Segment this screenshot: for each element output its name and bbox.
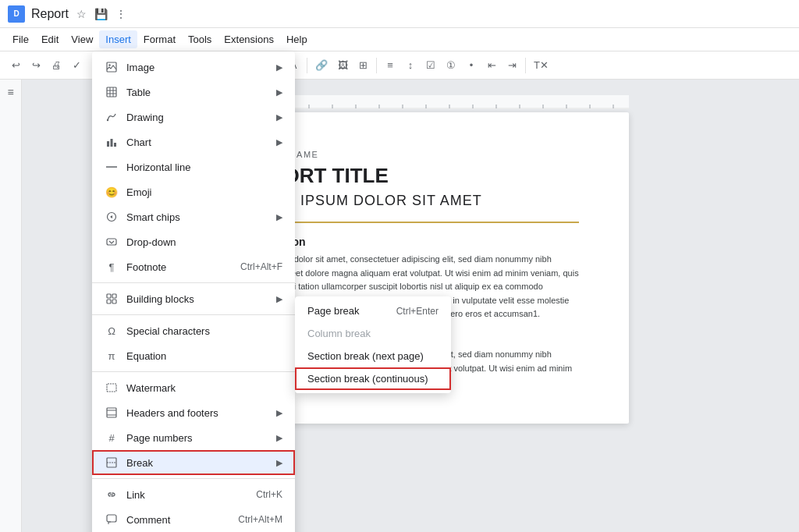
equation-icon: π — [105, 349, 119, 363]
insert-dropdown-item[interactable]: Drop-down — [92, 229, 295, 254]
svg-point-21 — [108, 64, 110, 66]
section-break-nextpage-label: Section break (next page) — [307, 350, 424, 362]
headers-arrow: ▶ — [276, 408, 282, 418]
insert-table-item[interactable]: Table ▶ — [92, 80, 295, 105]
insert-equation-item[interactable]: π Equation — [92, 343, 295, 368]
headers-icon — [105, 406, 119, 420]
insert-link-item[interactable]: Link Ctrl+K — [92, 482, 295, 507]
redo-button[interactable]: ↪ — [27, 55, 45, 76]
insert-pagenumbers-item[interactable]: # Page numbers ▶ — [92, 425, 295, 450]
buildingblocks-icon — [105, 292, 119, 306]
undo-button[interactable]: ↩ — [6, 55, 25, 76]
insert-smartchips-item[interactable]: Smart chips ▶ — [92, 204, 295, 229]
pagenumbers-icon: # — [105, 431, 119, 445]
section-break-nextpage-item[interactable]: Section break (next page) — [295, 345, 451, 367]
chart-arrow: ▶ — [276, 137, 282, 147]
pagenumbers-arrow: ▶ — [276, 433, 282, 443]
image-arrow: ▶ — [276, 62, 282, 73]
insert-footnote-item[interactable]: ¶ Footnote Ctrl+Alt+F — [92, 254, 295, 279]
hline-icon — [105, 160, 119, 174]
drawing-label: Drawing — [126, 112, 273, 123]
indent-more-button[interactable]: ⇥ — [502, 55, 521, 76]
section-break-continuous-item[interactable]: Section break (continuous) — [295, 367, 451, 390]
menu-view[interactable]: View — [65, 30, 99, 48]
insert-headers-item[interactable]: Headers and footers ▶ — [92, 400, 295, 425]
page-break-label: Page break — [307, 305, 360, 317]
more-icon[interactable]: ⋮ — [114, 6, 128, 22]
headers-label: Headers and footers — [126, 407, 273, 419]
menu-help[interactable]: Help — [280, 30, 314, 48]
link-shortcut: Ctrl+K — [256, 489, 282, 500]
insert-specialchars-item[interactable]: Ω Special characters — [92, 318, 295, 343]
specialchars-label: Special characters — [126, 325, 282, 337]
comment-shortcut: Ctrl+Alt+M — [238, 514, 282, 525]
spellcheck-button[interactable]: ✓ — [67, 55, 86, 76]
star-icon[interactable]: ☆ — [75, 6, 88, 22]
insert-break-item[interactable]: Break ▶ — [92, 450, 295, 475]
insert-image-item[interactable]: Image ▶ — [92, 55, 295, 80]
separator-2 — [92, 314, 295, 315]
dropdown-label: Drop-down — [126, 236, 282, 248]
divider-3 — [307, 58, 307, 73]
drawing-arrow: ▶ — [276, 112, 282, 122]
watermark-label: Watermark — [126, 382, 282, 394]
comment-icon — [105, 512, 119, 527]
buildingblocks-label: Building blocks — [126, 293, 273, 305]
table-icon — [105, 85, 119, 99]
insert-chart-item[interactable]: Chart ▶ — [92, 129, 295, 154]
chart-icon — [105, 135, 119, 149]
numberedlist-button[interactable]: ① — [442, 55, 460, 76]
hline-label: Horizontal line — [126, 161, 282, 173]
document-title[interactable]: Report — [31, 7, 69, 21]
footnote-icon: ¶ — [105, 260, 119, 274]
menu-insert[interactable]: Insert — [99, 30, 137, 48]
menu-extensions[interactable]: Extensions — [218, 30, 280, 48]
comment-label: Comment — [126, 514, 232, 526]
menu-format[interactable]: Format — [137, 30, 182, 48]
insert-drawing-item[interactable]: Drawing ▶ — [92, 105, 295, 129]
image-button[interactable]: 🖼 — [333, 55, 352, 76]
bulletlist-button[interactable]: • — [462, 55, 481, 76]
insert-watermark-item[interactable]: Watermark — [92, 375, 295, 400]
clear-format-button[interactable]: T✕ — [530, 55, 552, 76]
menu-tools[interactable]: Tools — [182, 30, 218, 48]
checklist-button[interactable]: ☑ — [421, 55, 440, 76]
page-break-item[interactable]: Page break Ctrl+Enter — [295, 300, 451, 322]
insert-hline-item[interactable]: Horizontal line — [92, 154, 295, 179]
smartchips-label: Smart chips — [126, 211, 273, 223]
image-label: Image — [126, 62, 273, 73]
menu-bar: File Edit View Insert Format Tools Exten… — [0, 28, 799, 51]
insert-comment-item[interactable]: Comment Ctrl+Alt+M — [92, 507, 295, 532]
svg-rect-37 — [112, 300, 116, 303]
app-icon: D — [8, 5, 25, 23]
pagenumbers-label: Page numbers — [126, 432, 273, 444]
svg-point-27 — [107, 119, 108, 121]
linespacing-button[interactable]: ↕ — [401, 55, 420, 76]
print-button[interactable]: 🖨 — [47, 55, 66, 76]
svg-rect-28 — [107, 141, 109, 147]
separator-1 — [92, 282, 295, 283]
svg-rect-36 — [107, 300, 111, 303]
divider-4 — [376, 58, 377, 73]
break-icon — [105, 456, 119, 470]
drawing-icon — [105, 110, 119, 124]
insert-emoji-item[interactable]: 😊 Emoji — [92, 179, 295, 204]
svg-rect-30 — [114, 143, 116, 147]
menu-edit[interactable]: Edit — [35, 30, 65, 48]
image-icon — [105, 60, 119, 74]
save-icon[interactable]: 💾 — [93, 6, 109, 22]
page-break-shortcut: Ctrl+Enter — [396, 306, 439, 317]
break-submenu: Page break Ctrl+Enter Column break Secti… — [295, 296, 451, 393]
table-arrow: ▶ — [276, 87, 282, 98]
menu-file[interactable]: File — [6, 30, 35, 48]
watermark-icon — [105, 381, 119, 395]
buildingblocks-arrow: ▶ — [276, 294, 282, 304]
svg-rect-22 — [107, 87, 116, 97]
link-button[interactable]: 🔗 — [311, 55, 332, 76]
align-button[interactable]: ≡ — [381, 55, 400, 76]
table-button[interactable]: ⊞ — [353, 55, 372, 76]
break-label: Break — [126, 457, 273, 469]
insert-buildingblocks-item[interactable]: Building blocks ▶ — [92, 286, 295, 311]
indent-less-button[interactable]: ⇤ — [482, 55, 501, 76]
link-icon — [105, 488, 119, 502]
